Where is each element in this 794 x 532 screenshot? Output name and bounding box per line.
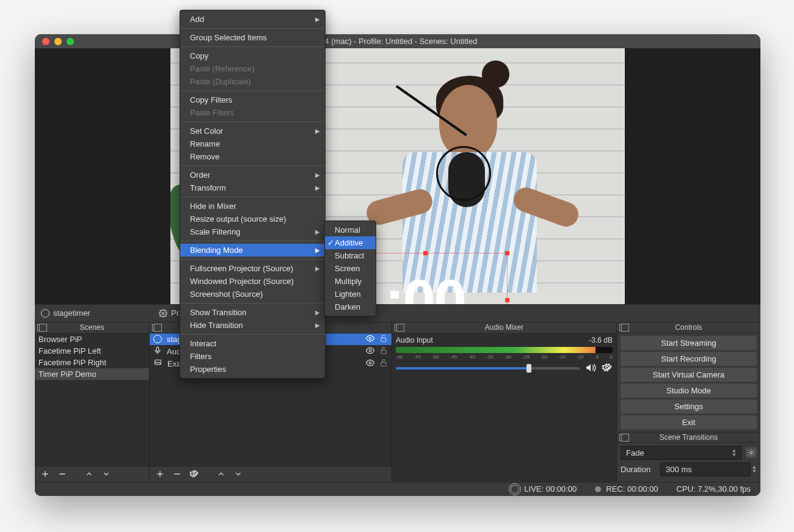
start-recording-button[interactable]: Start Recording [621, 352, 757, 366]
menu-copy[interactable]: Copy [180, 49, 325, 62]
blend-subtract[interactable]: Subtract [325, 249, 376, 262]
transition-settings-button[interactable] [746, 447, 757, 458]
transitions-header[interactable]: Scene Transitions [617, 432, 760, 443]
move-scene-down-button[interactable] [101, 468, 112, 479]
move-scene-up-button[interactable] [84, 468, 95, 479]
source-context-menu[interactable]: Add▶ Group Selected Items Copy Paste (Re… [180, 10, 326, 379]
visibility-toggle[interactable] [365, 334, 376, 344]
microphone-graphic [396, 85, 531, 238]
scenes-header[interactable]: Scenes [35, 322, 149, 333]
duration-stepper[interactable]: ▲▼ [752, 465, 757, 473]
menu-order[interactable]: Order▶ [180, 169, 325, 181]
close-window-button[interactable] [42, 38, 49, 45]
blend-multiply[interactable]: Multiply [325, 275, 376, 288]
status-bar: LIVE: 00:00:00 REC: 00:00:00 CPU: 7.2%,3… [35, 482, 760, 496]
controls-body: Start Streaming Start Recording Start Vi… [617, 333, 760, 432]
settings-button[interactable]: Settings [621, 399, 757, 414]
source-settings-button[interactable] [189, 468, 200, 479]
scene-item[interactable]: Browser PiP [35, 333, 149, 345]
record-icon [595, 486, 601, 492]
svg-rect-2 [381, 338, 386, 341]
image-icon [153, 359, 162, 368]
duration-input[interactable]: 300 ms [660, 462, 751, 476]
lock-toggle[interactable] [379, 334, 388, 344]
track-settings-button[interactable] [602, 362, 613, 375]
menu-add[interactable]: Add▶ [180, 13, 325, 26]
menu-group[interactable]: Group Selected Items [180, 31, 325, 44]
menu-resize-output[interactable]: Resize output (source size) [180, 213, 325, 225]
svg-point-1 [369, 337, 371, 340]
remove-scene-button[interactable] [57, 468, 68, 479]
svg-point-7 [369, 362, 371, 364]
exit-button[interactable]: Exit [621, 415, 757, 429]
blend-screen[interactable]: Screen [325, 262, 376, 275]
lock-toggle[interactable] [379, 359, 388, 369]
menu-rename[interactable]: Rename [180, 137, 325, 150]
menu-filters[interactable]: Filters [180, 350, 325, 363]
popout-icon[interactable] [395, 324, 401, 331]
sources-footer [150, 466, 392, 482]
popout-icon[interactable] [37, 324, 44, 331]
broadcast-icon [511, 485, 519, 494]
dock-area: Scenes Browser PiP Facetime PiP Left Fac… [35, 322, 760, 482]
scenes-list[interactable]: Browser PiP Facetime PiP Left Facetime P… [35, 333, 149, 466]
menu-hide-transition[interactable]: Hide Transition▶ [180, 319, 325, 332]
menu-set-color[interactable]: Set Color▶ [180, 125, 325, 137]
svg-point-4 [369, 349, 371, 352]
move-source-up-button[interactable] [216, 468, 227, 479]
menu-paste-duplicate: Paste (Duplicate) [180, 75, 325, 88]
controls-header[interactable]: Controls [617, 322, 760, 333]
blend-normal[interactable]: Normal [325, 224, 376, 236]
svg-rect-8 [381, 362, 386, 366]
blending-mode-submenu[interactable]: Normal ✓Additive Subtract Screen Multipl… [324, 220, 376, 316]
blend-lighten[interactable]: Lighten [325, 288, 376, 301]
studio-mode-button[interactable]: Studio Mode [621, 384, 757, 398]
menu-paste-filters: Paste Filters [180, 106, 325, 119]
popout-icon[interactable] [619, 324, 626, 331]
selected-source-chip: stagetimer [35, 305, 153, 321]
meter-ticks: -60-55-50 -45-40-35 -30-25-20 -15-10-5 0 [396, 354, 613, 360]
lock-toggle[interactable] [379, 346, 388, 357]
scene-item[interactable]: Timer PiP Demo [35, 368, 149, 380]
menu-fullscreen-projector[interactable]: Fullscreen Projector (Source)▶ [180, 262, 325, 275]
minimize-window-button[interactable] [54, 38, 62, 45]
start-virtual-camera-button[interactable]: Start Virtual Camera [621, 368, 757, 382]
menu-scale-filtering[interactable]: Scale Filtering▶ [180, 225, 325, 238]
menu-copy-filters[interactable]: Copy Filters [180, 93, 325, 106]
app-window: 2.4 (mac) - Profile: Untitled - Scenes: … [35, 34, 760, 496]
blend-darken[interactable]: Darken [325, 301, 376, 313]
menu-hide-in-mixer[interactable]: Hide in Mixer [180, 200, 325, 213]
add-source-button[interactable] [155, 468, 166, 479]
cpu-status: CPU: 7.2%,30.00 fps [677, 484, 751, 494]
transition-select[interactable]: Fade ▲▼ [621, 446, 742, 460]
rec-status: REC: 00:00:00 [595, 484, 658, 494]
add-scene-button[interactable] [40, 468, 51, 479]
menu-blending-mode[interactable]: Blending Mode▶ [180, 244, 325, 257]
visibility-toggle[interactable] [365, 359, 376, 369]
move-source-down-button[interactable] [233, 468, 244, 479]
volume-slider[interactable] [396, 367, 580, 370]
popout-icon[interactable] [152, 324, 159, 331]
scene-item[interactable]: Facetime PiP Left [35, 345, 149, 357]
menu-screenshot[interactable]: Screenshot (Source) [180, 288, 325, 301]
window-controls [42, 38, 74, 45]
mixer-level: -3.6 dB [589, 336, 613, 344]
timer-overlay-text: :00 [385, 267, 465, 305]
maximize-window-button[interactable] [67, 38, 74, 45]
menu-interact[interactable]: Interact [180, 337, 325, 350]
mixer-header[interactable]: Audio Mixer [392, 322, 616, 333]
popout-icon[interactable] [619, 434, 626, 441]
window-title: 2.4 (mac) - Profile: Untitled - Scenes: … [35, 37, 760, 46]
start-streaming-button[interactable]: Start Streaming [621, 336, 757, 350]
blend-additive[interactable]: ✓Additive [325, 236, 376, 249]
menu-properties[interactable]: Properties [180, 363, 325, 376]
preview-area[interactable]: :00 [35, 48, 760, 304]
menu-transform[interactable]: Transform▶ [180, 181, 325, 194]
scene-item[interactable]: Facetime PiP Right [35, 357, 149, 368]
menu-remove[interactable]: Remove [180, 150, 325, 163]
menu-windowed-projector[interactable]: Windowed Projector (Source) [180, 275, 325, 288]
speaker-icon[interactable] [585, 362, 597, 375]
visibility-toggle[interactable] [365, 346, 376, 357]
menu-show-transition[interactable]: Show Transition▶ [180, 306, 325, 319]
remove-source-button[interactable] [172, 468, 183, 479]
